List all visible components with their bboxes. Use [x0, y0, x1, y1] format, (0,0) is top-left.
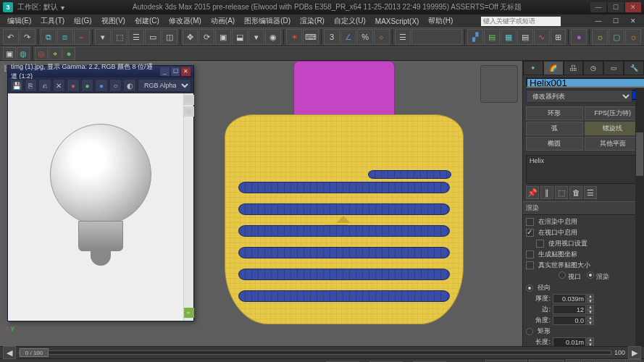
type-button-helix[interactable]: 螺旋线	[585, 122, 642, 135]
layer-explorer-button[interactable]: ▦	[501, 29, 517, 45]
close-button[interactable]: ✕	[625, 2, 641, 12]
child-minimize-button[interactable]: —	[590, 16, 606, 26]
display-tab[interactable]: ▭	[603, 61, 624, 75]
select-place-button[interactable]: ⬓	[232, 29, 248, 45]
menu-view[interactable]: 视图(V)	[97, 14, 130, 28]
snap-toggle-3[interactable]: 3	[324, 29, 340, 45]
command-panel-scrollbar[interactable]	[635, 88, 644, 346]
use-pivot-button[interactable]: ◉	[265, 29, 281, 45]
angle-input[interactable]	[553, 316, 586, 325]
menu-modifiers[interactable]: 修改器(M)	[164, 14, 206, 28]
utilities-tab[interactable]: 🔧	[624, 61, 644, 75]
schematic-view-button[interactable]: ⊞	[551, 29, 566, 45]
menu-group[interactable]: 组(G)	[70, 14, 96, 28]
menu-tools[interactable]: 工具(T)	[36, 14, 69, 28]
image-viewer-maximize-button[interactable]: ☐	[171, 67, 180, 76]
stack-configure-button[interactable]: ☰	[584, 186, 597, 199]
type-button-arc[interactable]: 弧	[526, 122, 583, 135]
image-viewer-window[interactable]: timg (1).jpg, 显示 Gamma: 2.2, RGB 颜色 8 位/…	[7, 65, 194, 321]
rad-viewport[interactable]	[559, 272, 566, 279]
unlink-button[interactable]: ⧈	[57, 29, 73, 45]
render-production-button[interactable]: ☼	[625, 29, 641, 45]
next-frame-button[interactable]: ▶	[611, 359, 626, 362]
type-button-other[interactable]: 其他平面	[585, 137, 642, 151]
iv-side-tab-2[interactable]: ▤	[184, 106, 194, 117]
angle-spin-dn[interactable]: ▼	[587, 321, 594, 326]
link-button[interactable]: ⧉	[41, 29, 57, 45]
menu-maxscript[interactable]: MAXScript(X)	[371, 16, 424, 27]
rad-rect[interactable]	[526, 328, 533, 335]
child-close-button[interactable]: ✕	[625, 16, 641, 26]
menu-edit[interactable]: 编辑(E)	[3, 14, 35, 28]
menu-create[interactable]: 创建(C)	[130, 14, 164, 28]
stack-item-helix[interactable]: Helix	[530, 157, 637, 164]
menu-rendering[interactable]: 渲染(R)	[296, 14, 329, 28]
menu-customize[interactable]: 自定义(U)	[330, 14, 370, 28]
sel-range-button[interactable]: 选定范围	[529, 360, 564, 363]
iv-mono-icon[interactable]: ◐	[123, 79, 136, 92]
isolate-selection-toggle[interactable]: ◎	[35, 47, 48, 60]
iv-side-tab-play[interactable]: ▸	[184, 308, 194, 318]
iv-channel-r-icon[interactable]: ●	[67, 79, 80, 92]
redo-button[interactable]: ↷	[20, 29, 35, 45]
select-scale-button[interactable]: ▣	[215, 29, 231, 45]
mirror-button[interactable]: ▞	[467, 29, 483, 45]
rollout-render-header[interactable]: 渲染	[523, 201, 644, 215]
type-button-fps[interactable]: FPS(压力特)	[585, 106, 642, 120]
chk-use-viewport-settings[interactable]	[536, 240, 544, 248]
hierarchy-tab[interactable]: 品	[564, 61, 584, 75]
autokey-button[interactable]: 自动关键点	[485, 360, 527, 363]
image-viewer-titlebar[interactable]: timg (1).jpg, 显示 Gamma: 2.2, RGB 颜色 8 位/…	[8, 66, 193, 77]
select-object-button[interactable]: ⬚	[112, 29, 127, 45]
chk-gen-uv[interactable]	[526, 251, 534, 258]
rendered-frame-button[interactable]: ▢	[609, 29, 624, 45]
menu-graph-editors[interactable]: 图形编辑器(D)	[240, 14, 295, 28]
window-crossing-button[interactable]: ◫	[162, 29, 177, 45]
modifier-list-dropdown[interactable]: 修改器列表	[526, 90, 632, 103]
iv-delete-button[interactable]: ✕	[53, 79, 66, 92]
selection-lock-toggle[interactable]: ⌖	[49, 47, 62, 60]
iv-channel-b-icon[interactable]: ●	[95, 79, 108, 92]
thickness-input[interactable]	[553, 294, 586, 303]
angle-snap-toggle[interactable]: ∠	[340, 29, 356, 45]
bind-spacewarp-button[interactable]: ⌁	[74, 29, 90, 45]
sides-spin-dn[interactable]: ▼	[587, 310, 594, 315]
child-maximize-button[interactable]: ☐	[608, 16, 624, 26]
prev-frame-button[interactable]: ◀	[581, 359, 595, 362]
iv-side-tab-1[interactable]: ◫	[184, 95, 194, 105]
select-move-button[interactable]: ✥	[183, 29, 198, 45]
menu-help[interactable]: 帮助(H)	[424, 14, 457, 28]
time-slider-thumb[interactable]: 0 / 100	[20, 348, 49, 357]
image-viewer-canvas[interactable]: ◫ ▤ ▸	[8, 93, 193, 321]
select-by-name-button[interactable]: ☰	[128, 29, 144, 45]
sides-input[interactable]	[553, 305, 586, 314]
create-tab[interactable]: ✦	[523, 61, 543, 75]
material-editor-button[interactable]: ●	[571, 29, 587, 45]
named-selection-sets[interactable]: ☰	[395, 29, 411, 45]
graphite-toggle[interactable]: ▣	[3, 47, 16, 60]
stack-remove-button[interactable]: 🗑	[569, 186, 582, 199]
time-slider-track[interactable]: 0 / 100	[19, 350, 611, 355]
play-button[interactable]: ▶	[596, 359, 611, 362]
iv-channel-g-icon[interactable]: ●	[81, 79, 94, 92]
align-button[interactable]: ▤	[484, 29, 500, 45]
viewport[interactable]: [+][透视 ][真实 + 边面] zx y timg (1).jpg, 显示 …	[0, 61, 522, 346]
ref-coord-dropdown[interactable]: ▾	[248, 29, 264, 45]
modify-tab[interactable]: 🌈	[543, 61, 564, 75]
goto-end-button[interactable]: ⏭	[627, 359, 641, 362]
modifier-stack[interactable]: Helix	[526, 155, 641, 184]
undo-button[interactable]: ↶	[3, 29, 19, 45]
iv-channel-select[interactable]: RGB Alpha	[138, 79, 191, 92]
keyboard-shortcut-toggle[interactable]: ⌨	[303, 29, 319, 45]
thickness-spin-dn[interactable]: ▼	[587, 299, 594, 304]
iv-channel-a-icon[interactable]: ○	[109, 79, 122, 92]
select-rotate-button[interactable]: ⟳	[198, 29, 214, 45]
viewcube[interactable]	[480, 65, 518, 103]
toggle-ribbon-button[interactable]: ▤	[517, 29, 533, 45]
minimize-button[interactable]: —	[590, 2, 606, 12]
select-manipulate-button[interactable]: ✶	[286, 29, 302, 45]
motion-tab[interactable]: ◷	[583, 61, 603, 75]
maximize-button[interactable]: ☐	[608, 2, 624, 12]
stack-pin-button[interactable]: 📌	[526, 186, 539, 199]
curve-editor-button[interactable]: ∿	[534, 29, 550, 45]
